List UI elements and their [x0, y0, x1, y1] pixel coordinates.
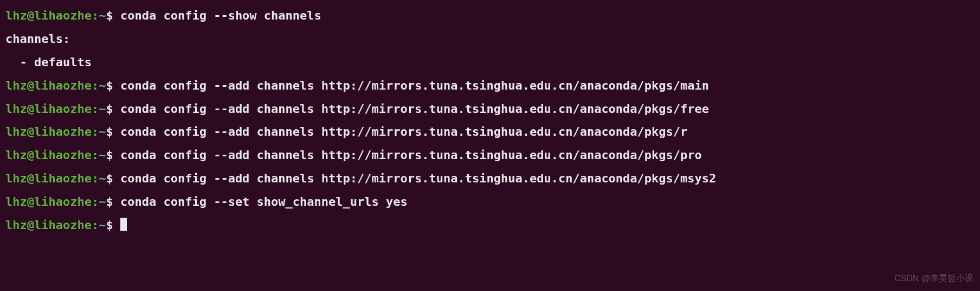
- prompt-separator: :: [92, 79, 99, 92]
- terminal-line[interactable]: lhz@lihaozhe:~$ conda config --add chann…: [5, 167, 975, 191]
- command-text: [113, 195, 120, 208]
- prompt-user-host: lhz@lihaozhe: [5, 79, 92, 92]
- command-text: conda config --add channels http://mirro…: [120, 79, 709, 92]
- terminal-line[interactable]: lhz@lihaozhe:~$ conda config --add chann…: [5, 121, 975, 144]
- prompt-dollar: $: [106, 172, 113, 185]
- command-text: conda config --add channels http://mirro…: [120, 102, 709, 116]
- prompt-separator: :: [92, 125, 99, 138]
- prompt-user-host: lhz@lihaozhe: [5, 148, 92, 162]
- prompt-path: ~: [99, 125, 106, 138]
- command-text: conda config --set show_channel_urls yes: [120, 195, 408, 208]
- prompt-separator: :: [92, 172, 99, 185]
- prompt-separator: :: [92, 218, 99, 232]
- terminal-line[interactable]: lhz@lihaozhe:~$ conda config --add chann…: [5, 74, 975, 98]
- terminal-line[interactable]: lhz@lihaozhe:~$ conda config --show chan…: [5, 4, 975, 28]
- command-text: [113, 102, 120, 116]
- prompt-user-host: lhz@lihaozhe: [5, 102, 92, 116]
- command-text: conda config --add channels http://mirro…: [120, 125, 687, 138]
- prompt-path: ~: [99, 79, 106, 92]
- output-text: channels:: [5, 32, 70, 46]
- prompt-separator: :: [92, 9, 99, 22]
- command-text: [113, 148, 120, 162]
- prompt-dollar: $: [106, 79, 113, 92]
- terminal-line[interactable]: lhz@lihaozhe:~$ conda config --add chann…: [5, 98, 975, 121]
- prompt-path: ~: [99, 102, 106, 116]
- prompt-path: ~: [99, 172, 106, 185]
- command-text: conda config --add channels http://mirro…: [120, 172, 716, 185]
- output-text: - defaults: [5, 55, 92, 69]
- command-text: conda config --add channels http://mirro…: [120, 148, 702, 162]
- prompt-separator: :: [92, 195, 99, 208]
- prompt-dollar: $: [106, 125, 113, 138]
- command-text: [113, 79, 120, 92]
- command-text: [113, 125, 120, 138]
- terminal-line[interactable]: lhz@lihaozhe:~$ conda config --add chann…: [5, 144, 975, 167]
- prompt-path: ~: [99, 9, 106, 22]
- prompt-path: ~: [99, 148, 106, 162]
- terminal-line[interactable]: lhz@lihaozhe:~$ conda config --set show_…: [5, 191, 975, 214]
- prompt-dollar: $: [106, 218, 113, 232]
- prompt-separator: :: [92, 148, 99, 162]
- prompt-user-host: lhz@lihaozhe: [5, 195, 92, 208]
- prompt-user-host: lhz@lihaozhe: [5, 125, 92, 138]
- prompt-user-host: lhz@lihaozhe: [5, 9, 92, 22]
- prompt-path: ~: [99, 218, 106, 232]
- prompt-separator: :: [92, 102, 99, 116]
- cursor-icon: [120, 218, 127, 231]
- prompt-user-host: lhz@lihaozhe: [5, 172, 92, 185]
- command-text: [113, 9, 120, 22]
- watermark-text: CSDN @李昊哲小课: [894, 270, 973, 287]
- command-text: [113, 172, 120, 185]
- prompt-dollar: $: [106, 195, 113, 208]
- terminal-output: - defaults: [5, 51, 975, 74]
- prompt-dollar: $: [106, 148, 113, 162]
- prompt-dollar: $: [106, 102, 113, 116]
- terminal-line[interactable]: lhz@lihaozhe:~$: [5, 214, 975, 237]
- command-text: [113, 218, 120, 232]
- prompt-dollar: $: [106, 9, 113, 22]
- prompt-user-host: lhz@lihaozhe: [5, 218, 92, 232]
- terminal-output: channels:: [5, 28, 975, 51]
- prompt-path: ~: [99, 195, 106, 208]
- command-text: conda config --show channels: [120, 9, 321, 22]
